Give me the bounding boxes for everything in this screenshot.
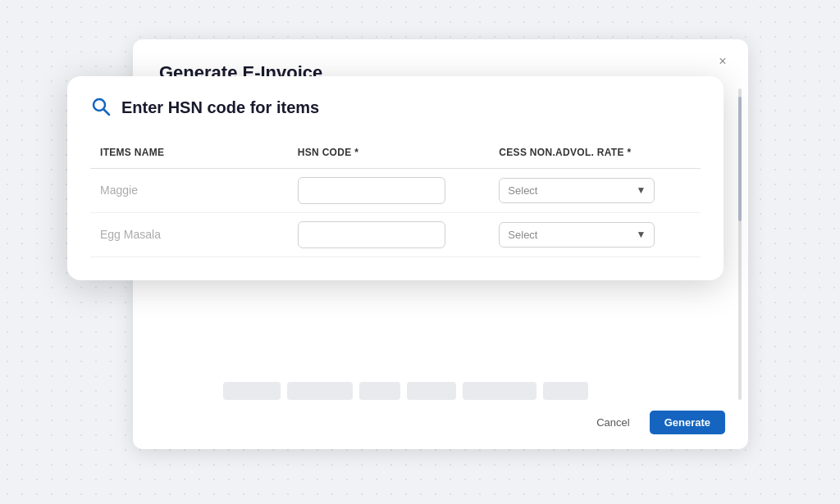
bg-pill-6 — [543, 382, 588, 400]
scrollbar-thumb — [738, 97, 742, 221]
cess-select-text-1: Select — [508, 184, 537, 197]
hsn-modal-title: Enter HSN code for items — [121, 98, 319, 117]
bg-pill-4 — [407, 382, 456, 400]
cess-select-1[interactable]: Select ▼ — [499, 178, 655, 203]
item-name-egg-masala: Egg Masala — [90, 212, 288, 257]
hsn-input-egg-masala[interactable] — [299, 223, 445, 247]
generate-button[interactable]: Generate — [650, 411, 725, 434]
cess-select-2[interactable]: Select ▼ — [499, 222, 655, 247]
table-row: Maggie — [90, 168, 701, 212]
col-items-name: ITEMS NAME — [90, 140, 288, 169]
item-name-maggie: Maggie — [90, 168, 288, 212]
svg-line-3 — [104, 109, 110, 115]
hsn-modal-header: Enter HSN code for items — [90, 96, 701, 120]
hsn-input-maggie[interactable] — [299, 179, 445, 202]
bg-pill-5 — [463, 382, 536, 400]
bg-table-rows — [223, 382, 722, 400]
table-row: Egg Masala — [90, 212, 701, 257]
cancel-button[interactable]: Cancel — [587, 411, 639, 434]
hsn-input-wrap-1 — [298, 177, 445, 204]
hsn-input-cell-1 — [288, 168, 490, 212]
search-svg — [90, 96, 112, 117]
bg-modal-scrollbar[interactable] — [738, 89, 742, 400]
col-cess-rate: CESS NON.ADVOL. RATE * — [489, 140, 701, 169]
hsn-search-icon — [90, 96, 112, 120]
cess-cell-2: Select ▼ — [489, 212, 701, 257]
bg-pill-2 — [287, 382, 353, 400]
bg-modal-bottom-bar: Cancel Generate — [587, 411, 725, 434]
hsn-input-wrap-2 — [298, 221, 445, 248]
scene-container: Generate E-Invoice × Your Details Party … — [67, 31, 773, 474]
bg-pill-3 — [359, 382, 400, 400]
hsn-input-cell-2 — [288, 212, 490, 257]
chevron-down-icon-2: ▼ — [636, 229, 646, 240]
col-hsn-code: HSN CODE * — [288, 140, 490, 169]
bg-modal-close-button[interactable]: × — [714, 52, 732, 70]
cess-cell-1: Select ▼ — [489, 168, 701, 212]
hsn-table: ITEMS NAME HSN CODE * CESS NON.ADVOL. RA… — [90, 140, 701, 257]
chevron-down-icon-1: ▼ — [636, 184, 646, 196]
hsn-code-modal: Enter HSN code for items ITEMS NAME HSN … — [67, 76, 724, 280]
bg-pill-1 — [223, 382, 281, 400]
cess-select-text-2: Select — [508, 229, 537, 241]
